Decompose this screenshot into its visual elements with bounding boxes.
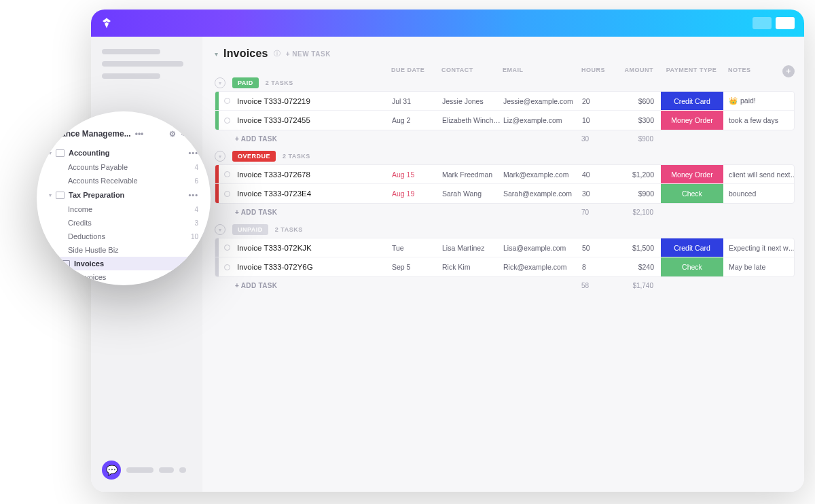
cell-email[interactable]: Sarah@example.com [503,190,582,198]
cell-due-date[interactable]: Aug 19 [392,190,442,198]
cell-email[interactable]: Liz@example.com [503,116,582,124]
sidebar-folder[interactable]: ▾Accounting••• [49,145,198,160]
cell-amount[interactable]: $300 [620,116,661,124]
cell-notes[interactable]: 👑paid! [723,96,795,105]
cell-hours[interactable]: 40 [582,170,620,179]
table-row[interactable]: Invoice T333-072219Jul 31Jessie JonesJes… [215,92,794,111]
cell-hours[interactable]: 8 [582,263,620,271]
cell-amount[interactable]: $900 [620,190,661,198]
cell-email[interactable]: Rick@example.com [503,263,582,271]
group-status-badge[interactable]: UNPAID [232,224,268,235]
cell-contact[interactable]: Lisa Martinez [442,244,503,252]
col-payment-type: PAYMENT TYPE [660,67,723,73]
table-row[interactable]: Invoice T333-072Y6GSep 5Rick KimRick@exa… [215,257,794,276]
list-count: 4 [194,164,198,171]
collapse-icon[interactable]: ▾ [215,50,218,58]
sidebar-list-item[interactable]: Credits3 [49,216,198,230]
chat-icon[interactable]: 💬 [102,461,121,480]
payment-type-badge[interactable]: Money Order [661,111,723,130]
group-status-badge[interactable]: OVERDUE [232,151,276,162]
sidebar-list-item[interactable]: Income4 [49,202,198,216]
sidebar-skeleton [102,73,160,79]
topbar-button-ghost[interactable] [753,17,772,29]
task-name[interactable]: Invoice T333-072678 [237,170,392,179]
space-header[interactable]: Finance Manageme... ••• ⚙ + 🔍︎ [49,129,198,139]
sidebar-folder[interactable]: ▾Tax Preparation••• [49,187,198,202]
sidebar-list-item[interactable]: Accounts Receivable6 [49,174,198,187]
sum-amount: $1,740 [619,282,660,289]
cell-amount[interactable]: $1,200 [620,170,661,179]
table-row[interactable]: Invoice T333-072678Aug 15Mark FreedmanMa… [215,165,794,184]
group-collapse-icon[interactable]: ▾ [215,224,225,235]
status-circle-icon[interactable] [224,98,230,104]
cell-due-date[interactable]: Sep 5 [392,263,442,271]
group-summary-row: + ADD TASK30$900 [215,130,795,147]
ellipsis-icon[interactable]: ••• [188,191,198,199]
sidebar-list-item[interactable]: Deductions10 [49,230,198,243]
status-circle-icon[interactable] [224,118,230,124]
payment-type-badge[interactable]: Check [661,257,723,276]
table-row[interactable]: Invoice T333-072KJKTueLisa MartinezLisa@… [215,238,794,257]
cell-email[interactable]: Jessie@example.com [503,97,582,105]
cell-amount[interactable]: $240 [620,263,661,271]
group-status-badge[interactable]: PAID [232,77,259,88]
new-task-button[interactable]: + NEW TASK [286,50,331,58]
cell-contact[interactable]: Sarah Wang [442,190,503,198]
cell-contact[interactable]: Mark Freedman [442,170,503,179]
task-name[interactable]: Invoice T333-072455 [237,116,392,124]
sidebar-list-item[interactable]: Accounts Payable4 [49,160,198,174]
cell-due-date[interactable]: Jul 31 [392,97,442,105]
cell-notes[interactable]: client will send next we [723,170,795,179]
add-task-button[interactable]: + ADD TASK [215,135,391,143]
ellipsis-icon[interactable]: ••• [135,129,144,139]
folder-icon [56,192,65,199]
cell-due-date[interactable]: Aug 2 [392,116,442,124]
info-icon[interactable]: ⓘ [274,49,280,58]
cell-email[interactable]: Mark@example.com [503,170,582,179]
task-name[interactable]: Invoice T333-072219 [237,97,392,105]
topbar-button-solid[interactable] [776,17,795,29]
cell-hours[interactable]: 10 [582,116,620,124]
cell-notes[interactable]: took a few days [723,116,795,124]
cell-hours[interactable]: 50 [582,244,620,252]
status-circle-icon[interactable] [224,191,230,197]
add-task-button[interactable]: + ADD TASK [215,209,391,216]
cell-amount[interactable]: $600 [620,97,661,105]
cell-contact[interactable]: Jessie Jones [442,97,503,105]
task-name[interactable]: Invoice T333-072Y6G [237,263,392,271]
task-name[interactable]: Invoice T333-0723E4 [237,190,392,198]
table-row[interactable]: Invoice T333-0723E4Aug 19Sarah WangSarah… [215,184,794,203]
sidebar-list-item[interactable]: Side Hustle Biz6 [49,243,198,257]
cell-due-date[interactable]: Aug 15 [392,170,442,179]
cell-amount[interactable]: $1,500 [620,244,661,252]
task-group: ▾UNPAID2 TASKSInvoice T333-072KJKTueLisa… [215,224,795,293]
payment-type-badge[interactable]: Credit Card [661,92,723,110]
add-task-button[interactable]: + ADD TASK [215,282,391,289]
cell-due-date[interactable]: Tue [392,244,442,252]
table-row[interactable]: Invoice T333-072455Aug 2Elizabeth Winche… [215,111,794,130]
payment-type-badge[interactable]: Credit Card [661,238,723,257]
status-circle-icon[interactable] [224,264,230,270]
group-collapse-icon[interactable]: ▾ [215,77,225,88]
group-collapse-icon[interactable]: ▾ [215,151,225,162]
payment-type-badge[interactable]: Money Order [661,165,723,183]
add-column-button[interactable]: + [782,65,795,77]
sidebar-zoom-lens: Finance Manageme... ••• ⚙ + 🔍︎ ▾Accounti… [37,111,211,285]
list-count: 10 [191,233,198,240]
settings-icon[interactable]: ⚙ [169,130,176,139]
cell-contact[interactable]: Elizabeth Wincheste [442,116,503,124]
payment-type-badge[interactable]: Check [661,184,723,203]
sidebar-skeleton [102,61,183,67]
status-circle-icon[interactable] [224,245,230,251]
cell-notes[interactable]: Expecting it next week [723,244,795,252]
cell-contact[interactable]: Rick Kim [442,263,503,271]
cell-notes[interactable]: bounced [723,190,795,198]
status-circle-icon[interactable] [224,171,230,177]
cell-email[interactable]: Lisa@example.com [503,244,582,252]
cell-notes[interactable]: May be late [723,263,795,271]
cell-hours[interactable]: 20 [582,97,620,105]
list-name: Accounts Receivable [68,177,138,185]
list-count: 3 [194,219,198,227]
task-name[interactable]: Invoice T333-072KJK [237,244,392,252]
cell-hours[interactable]: 30 [582,190,620,198]
